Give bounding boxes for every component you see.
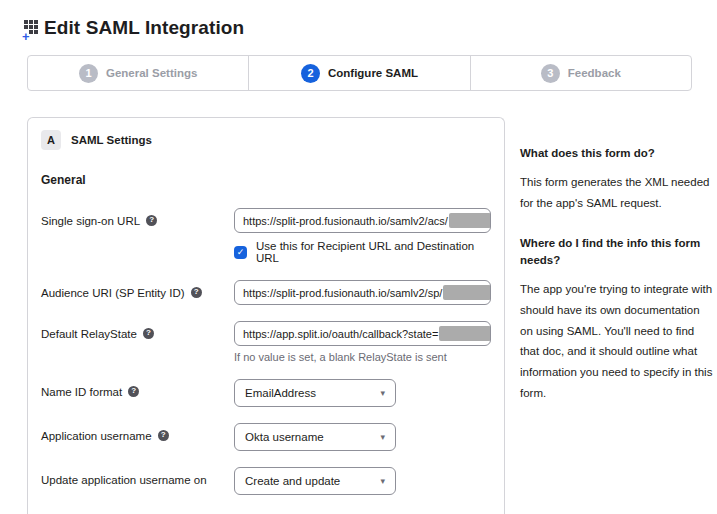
field-control: https://app.split.io/oauth/callback?stat… [234,321,491,363]
field-label-text: Name ID format [41,385,122,400]
step-2-label: Configure SAML [328,67,418,79]
redacted-value-block [449,213,491,228]
step-1-badge: 1 [79,64,98,83]
select-value: Okta username [245,431,324,443]
field-row-default-relaystate: Default RelayState ? https://app.split.i… [41,321,491,363]
redacted-value-block [439,326,491,341]
help-icon[interactable]: ? [158,430,169,441]
field-row-name-id-format: Name ID format ? EmailAddress ▾ [41,379,491,407]
help-icon[interactable]: ? [146,215,157,226]
field-row-single-sign-on-url: Single sign-on URL ? https://split-prod.… [41,208,491,264]
single-sign-on-url-input[interactable]: https://split-prod.fusionauth.io/samlv2/… [234,208,491,233]
field-label-text: Application username [41,429,152,444]
saml-settings-panel: A SAML Settings General Single sign-on U… [27,117,505,514]
add-app-grid-icon: + [24,20,41,37]
step-general-settings[interactable]: 1 General Settings [28,56,248,90]
chevron-down-icon: ▾ [380,432,385,442]
field-label-text: Audience URI (SP Entity ID) [41,286,185,301]
field-label-text: Single sign-on URL [41,214,140,229]
help-heading: Where do I find the info this form needs… [520,235,715,270]
help-body: This form generates the XML needed for t… [520,172,715,213]
field-row-audience-uri: Audience URI (SP Entity ID) ? https://sp… [41,280,491,305]
checkbox-label: Use this for Recipient URL and Destinati… [256,240,491,264]
field-label-text: Default RelayState [41,327,137,342]
field-control: https://split-prod.fusionauth.io/samlv2/… [234,280,491,305]
field-control: Okta username ▾ [234,423,491,451]
application-username-select[interactable]: Okta username ▾ [234,423,396,451]
step-2-badge: 2 [301,64,320,83]
field-hint: If no value is set, a blank RelayState i… [234,351,491,363]
wizard-stepper: 1 General Settings 2 Configure SAML 3 Fe… [27,55,692,91]
chevron-down-icon: ▾ [380,476,385,486]
main-content: A SAML Settings General Single sign-on U… [0,117,717,514]
field-row-application-username: Application username ? Okta username ▾ [41,423,491,451]
help-icon[interactable]: ? [128,386,139,397]
field-control: EmailAddress ▾ [234,379,491,407]
section-header: A SAML Settings [41,130,491,150]
help-body: The app you're trying to integrate with … [520,279,715,403]
field-label: Name ID format ? [41,379,234,407]
field-label: Application username ? [41,423,234,451]
field-label-text: Update application username on [41,473,207,488]
section-letter-badge: A [41,130,61,150]
field-control: https://split-prod.fusionauth.io/samlv2/… [234,208,491,264]
recipient-destination-checkbox-row: ✓ Use this for Recipient URL and Destina… [234,240,491,264]
chevron-down-icon: ▾ [380,388,385,398]
input-value: https://split-prod.fusionauth.io/samlv2/… [243,215,448,227]
plus-icon: + [22,30,30,43]
field-label: Single sign-on URL ? [41,208,234,264]
update-application-username-select[interactable]: Create and update ▾ [234,467,396,495]
field-control: Create and update ▾ [234,467,491,495]
field-label: Audience URI (SP Entity ID) ? [41,280,234,305]
help-sidebar: What does this form do? This form genera… [520,117,715,424]
page-title: Edit SAML Integration [44,17,244,39]
help-icon[interactable]: ? [191,287,202,298]
help-heading: What does this form do? [520,145,715,162]
step-3-badge: 3 [541,64,560,83]
input-value: https://split-prod.fusionauth.io/samlv2/… [243,287,442,299]
step-1-label: General Settings [106,67,197,79]
section-title: SAML Settings [71,134,152,146]
help-icon[interactable]: ? [143,328,154,339]
default-relaystate-input[interactable]: https://app.split.io/oauth/callback?stat… [234,321,491,346]
redacted-value-block [443,285,491,300]
step-configure-saml[interactable]: 2 Configure SAML [248,56,469,90]
checkbox-checked-icon[interactable]: ✓ [234,246,247,259]
input-value: https://app.split.io/oauth/callback?stat… [243,328,438,340]
group-title-general: General [41,173,491,187]
field-label: Update application username on [41,467,234,495]
field-label: Default RelayState ? [41,321,234,363]
field-row-update-application-username: Update application username on Create an… [41,467,491,495]
select-value: EmailAddress [245,387,316,399]
select-value: Create and update [245,475,340,487]
step-feedback[interactable]: 3 Feedback [470,56,691,90]
audience-uri-input[interactable]: https://split-prod.fusionauth.io/samlv2/… [234,280,491,305]
step-3-label: Feedback [568,67,621,79]
page-header: + Edit SAML Integration [0,0,717,41]
name-id-format-select[interactable]: EmailAddress ▾ [234,379,396,407]
